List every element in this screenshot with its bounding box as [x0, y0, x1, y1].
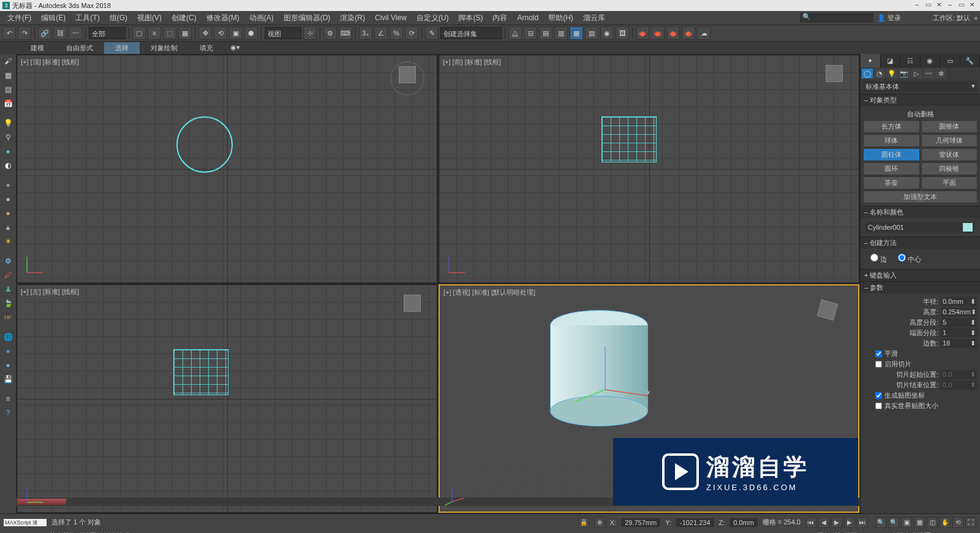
spinner-cseg[interactable]: 1⬍	[941, 328, 978, 338]
render-setup-button[interactable]: 🖼	[616, 26, 629, 40]
lock-selection-button[interactable]: 🔒	[578, 517, 589, 528]
check-slice[interactable]	[875, 361, 882, 368]
subtab-helpers[interactable]: ▷	[911, 69, 922, 78]
spinner-radius[interactable]: 0.0mm⬍	[941, 297, 978, 306]
rollout-createmethod-header[interactable]: – 创建方法	[861, 236, 980, 249]
lbtn-brush-icon[interactable]: 🖌	[2, 55, 14, 67]
material-editor-button[interactable]: ◉	[600, 26, 614, 40]
zoom-button[interactable]: 🔍	[875, 517, 886, 528]
percent-snap-button[interactable]: %	[390, 26, 403, 40]
workspace-label[interactable]: 工作区: 默认	[933, 13, 970, 23]
tab-modify[interactable]: ◪	[881, 54, 901, 67]
layers-button[interactable]: ▤	[539, 26, 552, 40]
schematic-view-button[interactable]: ▧	[585, 26, 598, 40]
link-button[interactable]: 🔗	[38, 26, 51, 40]
lbtn-layers-icon[interactable]: ▤	[2, 83, 14, 96]
undo-button[interactable]: ↶	[2, 26, 16, 40]
placement-button[interactable]: ⬢	[244, 26, 258, 40]
manipulate-button[interactable]: ⚙	[323, 26, 337, 40]
lbtn-sphere5-icon[interactable]: ●	[2, 207, 14, 219]
object-circle-top[interactable]	[176, 116, 233, 173]
menu-modifiers[interactable]: 修改器(M)	[202, 13, 244, 23]
mirror-button[interactable]: ⧋	[508, 26, 522, 40]
menu-arnold[interactable]: Arnold	[512, 13, 543, 22]
ribbon-tab-selection[interactable]: 选择	[104, 42, 140, 54]
child-minimize-button[interactable]: –	[944, 1, 956, 10]
window-crossing-button[interactable]: ▦	[178, 26, 192, 40]
orbit-button[interactable]: ⟲	[952, 517, 963, 528]
check-genmap[interactable]	[875, 392, 882, 399]
coord-x-field[interactable]: 29.757mm	[621, 518, 660, 527]
autogrid-label[interactable]: 自动删格	[863, 108, 978, 120]
subtab-systems[interactable]: ✲	[935, 69, 946, 78]
align-button[interactable]: ⊟	[524, 26, 537, 40]
prim-cylinder-button[interactable]: 圆柱体	[863, 148, 920, 161]
prim-cone-button[interactable]: 圆锥体	[921, 120, 978, 133]
object-name-input[interactable]	[868, 223, 960, 232]
viewport-left-label[interactable]: [+] [左] [标准] [线框]	[21, 287, 79, 297]
lbtn-axis-icon[interactable]: ⚲	[2, 131, 14, 143]
status-addtime[interactable]: 🏷 添加时间标记	[809, 531, 858, 534]
subtab-spacewarps[interactable]: 〰	[923, 69, 934, 78]
menu-content[interactable]: 内容	[488, 13, 512, 23]
lbtn-sphere3-icon[interactable]: ●	[2, 179, 14, 191]
coord-z-field[interactable]: 0.0mm	[729, 518, 758, 527]
lbtn-cone-icon[interactable]: ▲	[2, 221, 14, 233]
abs-rel-button[interactable]: ⊕	[594, 517, 605, 528]
coord-y-field[interactable]: -1021.234	[676, 518, 714, 527]
anim-goto-end-button[interactable]: ⏭	[857, 517, 868, 528]
menu-liuyunku[interactable]: 溜云库	[578, 13, 610, 23]
viewport-perspective[interactable]: [+] [透视] [标准] [默认明暗处理] z y x 溜溜自学 ZIX	[439, 284, 859, 513]
toggle-ribbon-button[interactable]: ▥	[554, 26, 568, 40]
select-by-name-button[interactable]: ≡	[148, 26, 161, 40]
close-button[interactable]: ✕	[933, 1, 944, 10]
move-button[interactable]: ✥	[198, 26, 212, 40]
prim-teapot-button[interactable]: 茶壶	[863, 176, 920, 189]
macro-input[interactable]: MAXScript 迷	[4, 519, 47, 526]
object-rect-left[interactable]	[173, 349, 228, 395]
menu-search-input[interactable]: 🔍	[800, 13, 873, 23]
prim-textplus-button[interactable]: 加强型文本	[863, 191, 978, 203]
prim-tube-button[interactable]: 管状体	[921, 148, 978, 161]
lbtn-blue2-icon[interactable]: ●	[2, 359, 14, 371]
object-color-swatch[interactable]	[963, 223, 973, 232]
radio-edge[interactable]: 边	[870, 254, 887, 264]
viewcube-persp[interactable]	[815, 298, 840, 322]
menu-file[interactable]: 文件(F)	[2, 13, 36, 23]
zoom-extents-all-button[interactable]: ▦	[914, 517, 925, 528]
viewport-top-label[interactable]: [+] [顶] [标准] [线框]	[21, 58, 79, 67]
spinner-hseg[interactable]: 5⬍	[941, 318, 978, 327]
rollout-keyboard-header[interactable]: + 键盘输入	[861, 269, 980, 281]
transform-gizmo-icon[interactable]: z y x	[568, 341, 654, 414]
named-selset-edit-button[interactable]: ✎	[425, 26, 439, 40]
subtab-shapes[interactable]: ◔	[874, 69, 885, 78]
subtab-cameras[interactable]: 📷	[899, 69, 910, 78]
lbtn-blue1-icon[interactable]: ●	[2, 345, 14, 357]
lbtn-help-icon[interactable]: ?	[2, 407, 14, 419]
prim-pyramid-button[interactable]: 四棱锥	[921, 162, 978, 175]
viewport-persp-label[interactable]: [+] [透视] [标准] [默认明暗处理]	[443, 288, 535, 297]
snap-toggle-button[interactable]: 3₊	[359, 26, 372, 40]
curve-editor-button[interactable]: ▦	[570, 26, 583, 40]
menu-view[interactable]: 视图(V)	[132, 13, 167, 23]
anim-goto-start-button[interactable]: ⏮	[805, 517, 816, 528]
menu-civilview[interactable]: Civil View	[370, 13, 412, 22]
lbtn-globe-icon[interactable]: 🌐	[2, 331, 14, 343]
spinner-sides[interactable]: 18⬍	[941, 339, 978, 348]
named-selset-combo[interactable]: 创建选择集	[440, 27, 502, 39]
select-object-button[interactable]: ▢	[132, 26, 146, 40]
viewcube-front[interactable]	[822, 61, 846, 86]
tab-motion[interactable]: ◉	[921, 54, 941, 67]
ribbon-tab-modeling[interactable]: 建模	[20, 42, 55, 54]
pivot-center-button[interactable]: ⊹	[303, 26, 317, 40]
selection-filter-combo[interactable]: 全部	[89, 27, 126, 39]
bind-spacewarp-button[interactable]: 〰	[69, 26, 82, 40]
lbtn-sphere1-icon[interactable]: ●	[2, 145, 14, 157]
lbtn-leaf-icon[interactable]: 🍃	[2, 297, 14, 309]
pan-button[interactable]: ✋	[940, 517, 951, 528]
viewport-top[interactable]: [+] [顶] [标准] [线框]	[17, 55, 437, 283]
menu-scripting[interactable]: 脚本(S)	[453, 13, 488, 23]
lbtn-grid-icon[interactable]: ▦	[2, 69, 14, 81]
restore-button[interactable]: ▭	[922, 1, 933, 10]
render-frame-button[interactable]: 🫖	[636, 26, 649, 40]
